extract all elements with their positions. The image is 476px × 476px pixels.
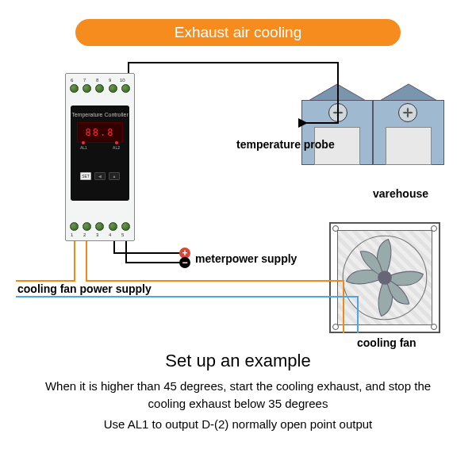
- example-title: Set up an example: [0, 351, 476, 371]
- fan-blade-icon: [341, 234, 428, 321]
- controller-label: Temperature Controller: [71, 112, 129, 117]
- svg-marker-6: [298, 118, 308, 128]
- led-label: AL1: [80, 145, 87, 150]
- terminal-num: 10: [120, 78, 125, 83]
- fan-wire-blue: [357, 296, 359, 333]
- terminal-num: 8: [96, 78, 98, 83]
- title-banner: Exhaust air cooling: [75, 19, 401, 46]
- terminal-3: [95, 222, 104, 231]
- fan-wire-orange: [16, 280, 75, 282]
- terminal-num: 4: [109, 232, 111, 237]
- led-al1: [82, 141, 85, 144]
- warehouse-divider: [372, 100, 374, 165]
- top-terminal-strip: 6 7 8 9 10: [66, 79, 134, 98]
- title-text: Exhaust air cooling: [175, 24, 302, 41]
- left-button: ◀: [94, 172, 106, 180]
- temperature-controller: 6 7 8 9 10 Temperature Controller 88.8 A…: [65, 73, 135, 241]
- controller-display-panel: Temperature Controller 88.8 AL1 AL2 SET …: [71, 106, 129, 201]
- fan-wire-orange: [86, 241, 87, 281]
- set-button: SET: [80, 172, 91, 180]
- terminal-4: [109, 222, 117, 231]
- meter-wire: [125, 241, 127, 263]
- seven-segment-display: 88.8: [77, 122, 123, 143]
- fan-grille: [337, 230, 432, 325]
- probe-wire: [128, 62, 339, 63]
- terminal-num: 7: [83, 78, 86, 83]
- terminal-6: [70, 84, 79, 93]
- terminal-7: [83, 84, 91, 93]
- minus-icon: −: [179, 257, 190, 268]
- fan-wire-orange: [86, 280, 344, 282]
- meter-supply-label: meterpower supply: [195, 252, 297, 265]
- up-button: ▲: [109, 172, 120, 180]
- fan-wire-orange: [74, 241, 75, 281]
- terminal-9: [109, 84, 117, 93]
- terminal-num: 6: [71, 78, 73, 83]
- cooling-fan-label: cooling fan: [357, 336, 416, 349]
- terminal-1: [70, 222, 79, 231]
- terminal-5: [121, 222, 130, 231]
- meter-wire: [113, 241, 115, 253]
- fan-wire-orange: [343, 280, 344, 333]
- probe-arrow-icon: [295, 117, 308, 129]
- warehouse-fan-icon: [398, 103, 417, 122]
- warehouse-door-right: [386, 127, 432, 165]
- terminal-num: 5: [121, 232, 124, 237]
- example-line-2: Use AL1 to output D-(2) normally open po…: [30, 416, 446, 433]
- example-line-1: When it is higher than 45 degrees, start…: [30, 378, 446, 413]
- terminal-2: [83, 222, 91, 231]
- probe-wire: [128, 62, 129, 73]
- terminal-num: 1: [71, 232, 73, 237]
- svg-point-5: [378, 271, 392, 285]
- fan-supply-label: cooling fan power supply: [17, 282, 152, 295]
- fan-wire-blue: [16, 296, 359, 298]
- terminal-num: 2: [83, 232, 86, 237]
- probe-wire: [337, 62, 339, 124]
- meter-wire: [113, 252, 181, 254]
- temperature-probe-label: temperature probe: [236, 138, 335, 151]
- warehouse-label: varehouse: [373, 187, 428, 200]
- meter-wire: [125, 262, 181, 263]
- cooling-fan-illustration: [329, 222, 440, 333]
- terminal-num: 3: [96, 232, 98, 237]
- led-label: AL2: [113, 145, 120, 150]
- terminal-num: 9: [109, 78, 111, 83]
- terminal-10: [121, 84, 130, 93]
- terminal-8: [95, 84, 104, 93]
- led-al2: [115, 141, 118, 144]
- bottom-terminal-strip: 1 2 3 4 5: [66, 217, 134, 236]
